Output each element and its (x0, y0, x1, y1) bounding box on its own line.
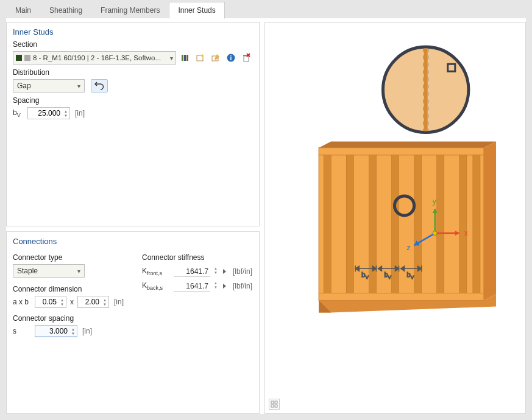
delete-button[interactable] (240, 51, 253, 65)
delete-icon (241, 53, 251, 63)
svg-rect-49 (275, 401, 277, 404)
panel-connections: Connections Connector type Staple ▾ Conn… (6, 231, 260, 414)
chevron-down-icon: ▾ (77, 83, 80, 89)
connector-spacing-heading: Connector spacing (13, 314, 124, 323)
section-dropdown[interactable]: 8 - R_M1 60/190 | 2 - 16F-1.3E, Softwo..… (13, 51, 176, 65)
svg-rect-25 (473, 155, 480, 293)
distribution-dropdown[interactable]: Gap ▾ (13, 79, 85, 93)
section-swatch-primary (16, 55, 22, 61)
tab-inner-studs[interactable]: Inner Studs (169, 2, 224, 19)
section-value: 8 - R_M1 60/190 | 2 - 16F-1.3E, Softwo..… (33, 54, 168, 61)
k-back-spinner[interactable]: ▲▼ (213, 281, 219, 291)
svg-text:i: i (230, 55, 232, 61)
dim-unit: [in] (114, 298, 124, 306)
conn-spacing-unit: [in] (82, 327, 92, 335)
panel-title-connections: Connections (13, 237, 253, 246)
spacing-spinner[interactable]: ▲▼ (62, 108, 69, 119)
connector-type-value: Staple (17, 267, 38, 275)
svg-point-34 (433, 231, 437, 236)
connector-type-heading: Connector type (13, 253, 124, 262)
svg-rect-20 (369, 155, 376, 293)
svg-rect-51 (275, 405, 277, 407)
spacing-input[interactable] (30, 108, 62, 118)
edit-button[interactable] (210, 51, 222, 65)
folder-pencil-icon (211, 53, 221, 63)
info-icon: i (226, 53, 236, 63)
chevron-down-icon: ▾ (77, 268, 80, 275)
conn-spacing-var: s (13, 327, 32, 335)
dim-a-spinner[interactable]: ▲▼ (59, 296, 66, 307)
svg-rect-13 (319, 148, 484, 301)
preview-svg: x y z bV (265, 23, 525, 413)
dim-b-spinner[interactable]: ▲▼ (101, 296, 108, 307)
spacing-input-wrap: ▲▼ (27, 107, 70, 119)
svg-marker-12 (319, 142, 496, 148)
info-button[interactable]: i (225, 51, 238, 65)
distribution-heading: Distribution (13, 68, 253, 77)
revert-button[interactable] (91, 79, 108, 93)
library-button[interactable] (179, 51, 191, 65)
spacing-heading: Spacing (13, 96, 253, 105)
k-front-spinner[interactable]: ▲▼ (213, 267, 219, 276)
conn-spacing-input[interactable] (38, 326, 69, 336)
panel-title-inner-studs: Inner Studs (13, 27, 253, 37)
panel-inner-studs: Inner Studs Section 8 - R_M1 60/190 | 2 … (6, 22, 260, 226)
conn-spacing-wrap: ▲▼ (35, 325, 77, 337)
spacing-var: bV (13, 108, 25, 118)
svg-rect-24 (459, 155, 467, 293)
axis-x-label: x (464, 229, 468, 237)
dim-sep: x (69, 298, 75, 306)
k-back-label: Kback,s (142, 281, 171, 291)
section-swatch-secondary (24, 55, 30, 61)
dim-a-input[interactable] (38, 297, 59, 307)
svg-rect-1 (184, 55, 186, 61)
k-front-label: Kfront,s (142, 267, 171, 276)
tab-main[interactable]: Main (6, 2, 40, 19)
svg-rect-23 (437, 155, 444, 293)
dim-b-wrap: ▲▼ (77, 296, 109, 308)
dim-prefix: a x b (13, 298, 32, 306)
svg-rect-0 (182, 55, 183, 61)
undo-arrow-icon (94, 82, 104, 90)
axis-y-label: y (433, 197, 436, 206)
connector-type-dropdown[interactable]: Staple ▾ (13, 264, 85, 278)
k-front-value[interactable]: 1641.7 (174, 266, 210, 277)
axis-z-label: z (407, 243, 411, 252)
svg-rect-7 (244, 56, 249, 61)
svg-rect-50 (271, 405, 274, 407)
viewport-3d[interactable]: x y z bV (264, 22, 526, 414)
section-heading: Section (13, 40, 253, 49)
k-front-expand[interactable] (223, 269, 226, 274)
svg-rect-19 (346, 155, 353, 293)
connector-dimension-heading: Connector dimension (13, 285, 124, 293)
tab-framing[interactable]: Framing Members (91, 2, 169, 19)
dim-a-wrap: ▲▼ (35, 296, 66, 308)
svg-marker-14 (484, 142, 496, 301)
conn-spacing-spinner[interactable]: ▲▼ (69, 326, 77, 337)
viewport-settings-button[interactable] (269, 399, 280, 410)
books-icon (180, 53, 190, 63)
k-back-expand[interactable] (223, 284, 226, 289)
k-back-value[interactable]: 1641.7 (174, 281, 210, 292)
svg-rect-22 (414, 155, 422, 293)
new-star-icon (196, 53, 205, 63)
tab-sheathing[interactable]: Sheathing (40, 2, 91, 19)
svg-rect-21 (391, 155, 399, 293)
grid-icon (271, 401, 278, 408)
chevron-down-icon: ▾ (170, 55, 173, 61)
distribution-value: Gap (17, 82, 31, 90)
svg-rect-2 (186, 55, 188, 61)
k-back-unit: [lbf/in] (233, 282, 252, 290)
svg-rect-18 (324, 155, 331, 293)
tab-bar: Main Sheathing Framing Members Inner Stu… (0, 0, 532, 18)
dim-b-input[interactable] (80, 297, 101, 307)
spacing-unit: [in] (75, 109, 85, 117)
svg-rect-48 (271, 401, 274, 404)
k-front-unit: [lbf/in] (233, 267, 252, 276)
connector-stiffness-heading: Connector stiffness (142, 253, 252, 262)
new-button[interactable] (194, 51, 207, 65)
